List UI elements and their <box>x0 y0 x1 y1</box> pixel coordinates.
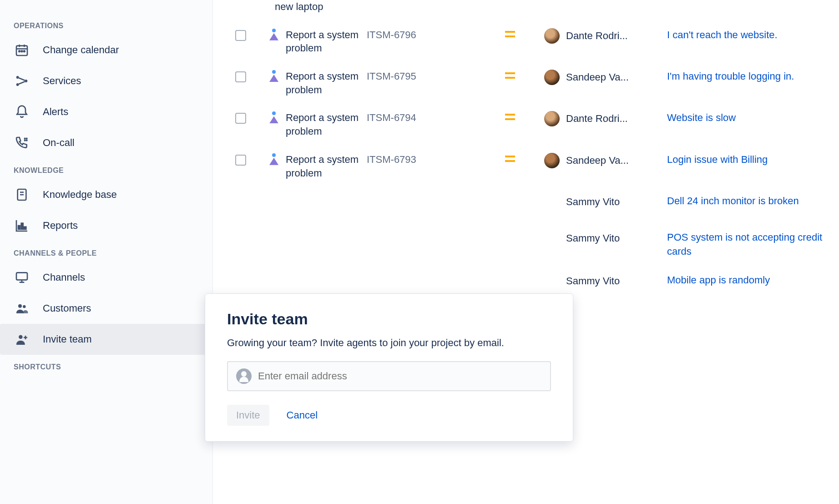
sidebar-item-label: Services <box>43 75 81 87</box>
request-type-icon <box>268 112 279 123</box>
email-input-wrapper[interactable] <box>227 361 551 391</box>
reporter-name: Dante Rodri... <box>566 113 628 125</box>
request-type: Report a system problem <box>286 28 367 55</box>
email-input[interactable] <box>258 370 542 382</box>
svg-rect-17 <box>18 226 20 229</box>
issue-summary-link[interactable]: Website is slow <box>667 112 736 123</box>
table-row[interactable]: Sammy Vito Dell 24 inch monitor is broke… <box>213 187 839 223</box>
priority-medium-icon <box>505 31 515 37</box>
reporter-name: Sandeep Va... <box>566 155 629 166</box>
request-type: Report a system problem <box>286 111 367 138</box>
reporter-name: Dante Rodri... <box>566 30 628 42</box>
issue-summary-link[interactable]: Mobile app is randomly <box>667 274 770 286</box>
sidebar-item-label: Reports <box>43 220 78 232</box>
svg-point-10 <box>25 138 25 139</box>
request-type: Report a system problem <box>286 70 367 96</box>
sidebar-item-change-calendar[interactable]: Change calendar <box>0 35 212 66</box>
table-row[interactable]: Report a system problem ITSM-6796 Dante … <box>213 21 839 62</box>
dialog-actions: Invite Cancel <box>227 405 551 426</box>
row-checkbox[interactable] <box>235 71 246 82</box>
issue-key[interactable]: ITSM-6793 <box>367 153 476 166</box>
svg-point-8 <box>16 83 19 86</box>
reporter-name: Sammy Vito <box>566 196 620 208</box>
dialog-title: Invite team <box>227 310 551 328</box>
reporter-name: Sandeep Va... <box>566 71 629 83</box>
svg-point-7 <box>16 76 19 79</box>
priority-medium-icon <box>505 156 515 162</box>
sidebar-item-knowledge-base[interactable]: Knowledge base <box>0 179 212 210</box>
svg-rect-18 <box>21 223 23 229</box>
table-row[interactable]: new laptop <box>213 0 839 21</box>
chart-icon <box>14 217 30 234</box>
bell-icon <box>14 104 30 120</box>
priority-medium-icon <box>505 72 515 79</box>
invite-team-icon <box>14 331 30 348</box>
table-row[interactable]: Report a system problem ITSM-6794 Dante … <box>213 104 839 145</box>
services-icon <box>14 73 30 89</box>
dialog-description: Growing your team? Invite agents to join… <box>227 336 551 350</box>
sidebar-item-invite-team[interactable]: Invite team <box>0 324 212 355</box>
request-type-icon <box>268 71 279 82</box>
sidebar-item-label: Invite team <box>43 333 92 345</box>
sidebar-item-customers[interactable]: Customers <box>0 293 212 324</box>
svg-point-23 <box>18 304 22 308</box>
sidebar-item-label: On-call <box>43 137 75 149</box>
table-row[interactable]: Report a system problem ITSM-6795 Sandee… <box>213 62 839 104</box>
section-header-operations: OPERATIONS <box>0 14 212 35</box>
issue-key[interactable]: ITSM-6796 <box>367 28 476 41</box>
section-header-shortcuts: SHORTCUTS <box>0 355 212 376</box>
reporter-name: Sammy Vito <box>566 275 620 287</box>
svg-point-4 <box>19 50 20 52</box>
user-icon <box>236 368 252 384</box>
issue-summary-link[interactable]: I can't reach the website. <box>667 29 778 40</box>
row-checkbox[interactable] <box>235 30 246 41</box>
sidebar-item-alerts[interactable]: Alerts <box>0 96 212 127</box>
issue-summary-link[interactable]: I'm having trouble logging in. <box>667 71 794 82</box>
issue-key[interactable]: ITSM-6795 <box>367 70 476 82</box>
issue-key[interactable]: ITSM-6794 <box>367 111 476 124</box>
sidebar-item-label: Change calendar <box>43 44 119 56</box>
reporter-name: Sammy Vito <box>566 232 620 244</box>
issue-summary-link[interactable]: POS system is not accepting credit cards <box>667 232 822 257</box>
monitor-icon <box>14 269 30 286</box>
phone-icon <box>14 135 30 151</box>
row-checkbox[interactable] <box>235 113 246 124</box>
svg-rect-20 <box>16 272 27 280</box>
svg-point-25 <box>19 335 23 339</box>
sidebar-item-channels[interactable]: Channels <box>0 262 212 293</box>
calendar-icon <box>14 42 30 58</box>
issue-summary-link[interactable]: Dell 24 inch monitor is broken <box>667 195 799 207</box>
request-type: Report a system problem <box>286 153 367 180</box>
svg-rect-19 <box>24 227 26 229</box>
invite-button[interactable]: Invite <box>227 405 269 426</box>
avatar <box>544 28 560 44</box>
avatar <box>544 70 560 85</box>
cancel-button[interactable]: Cancel <box>278 405 327 426</box>
section-header-knowledge: KNOWLEDGE <box>0 158 212 179</box>
table-row[interactable]: Report a system problem ITSM-6793 Sandee… <box>213 146 839 187</box>
invite-team-dialog: Invite team Growing your team? Invite ag… <box>205 293 573 442</box>
sidebar-item-on-call[interactable]: On-call <box>0 127 212 158</box>
table-row[interactable]: Sammy Vito POS system is not accepting c… <box>213 223 839 266</box>
section-header-channels-people: CHANNELS & PEOPLE <box>0 241 212 262</box>
avatar <box>544 111 560 126</box>
svg-point-11 <box>26 138 27 139</box>
book-icon <box>14 186 30 203</box>
request-type-icon <box>268 154 279 165</box>
svg-point-24 <box>23 305 25 308</box>
sidebar-item-label: Alerts <box>43 106 68 118</box>
sidebar-item-label: Customers <box>43 302 91 314</box>
sidebar-item-label: Channels <box>43 272 85 283</box>
request-type: new laptop <box>275 0 323 14</box>
svg-point-9 <box>25 80 27 82</box>
svg-point-12 <box>25 140 25 141</box>
customers-icon <box>14 300 30 317</box>
sidebar: OPERATIONS Change calendar Services Aler… <box>0 0 213 504</box>
issue-summary-link[interactable]: Login issue with Billing <box>667 154 768 165</box>
svg-point-6 <box>24 50 25 52</box>
svg-point-5 <box>21 50 23 52</box>
sidebar-item-reports[interactable]: Reports <box>0 210 212 241</box>
sidebar-item-services[interactable]: Services <box>0 66 212 96</box>
row-checkbox[interactable] <box>235 155 246 166</box>
request-type-icon <box>268 30 279 40</box>
